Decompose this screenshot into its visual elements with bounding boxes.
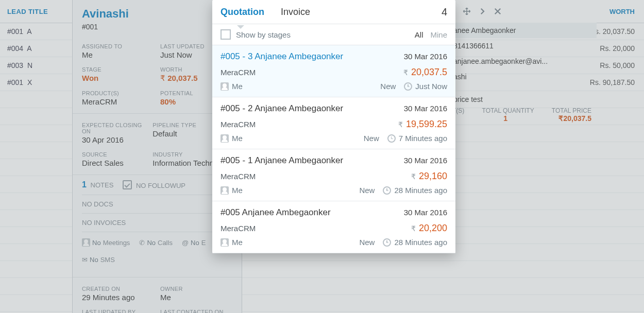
quotation-status: New [380,82,396,91]
quotation-date: 30 Mar 2016 [404,156,447,165]
show-by-stages-checkbox[interactable] [221,29,231,40]
quotation-product: MeraCRM [221,68,403,77]
quotation-title: #005 Anjanee Ambegaonker [221,207,404,218]
popup-count: 4 [442,6,447,18]
person-icon [221,186,229,195]
quotation-amount: ₹20,037.5 [403,67,447,78]
quotation-date: 30 Mar 2016 [404,52,447,61]
quotation-status: New [364,134,379,143]
person-icon [221,82,229,91]
quotation-amount: ₹20,200 [411,223,447,234]
filter-all[interactable]: All [415,30,423,39]
quotation-ago: 7 Minutes ago [399,134,447,143]
quotation-date: 30 Mar 2016 [404,208,447,217]
quotation-ago: 28 Minutes ago [394,186,447,195]
quotation-amount: ₹19,599.25 [398,119,447,130]
person-icon [221,134,229,143]
tab-invoice[interactable]: Invoice [281,7,310,18]
quotation-title: #005 - 3 Anjanee Ambegaonker [221,51,404,62]
quotation-product: MeraCRM [221,224,411,233]
quotation-product: MeraCRM [221,120,398,129]
quotation-owner: Me [232,82,243,91]
quotation-product: MeraCRM [221,172,411,181]
quotation-item[interactable]: #005 - 3 Anjanee Ambegaonker30 Mar 2016M… [212,45,455,97]
clock-icon [404,82,412,91]
quotation-popup: Quotation Invoice 4 Show by stages All M… [212,0,455,253]
quotation-owner: Me [232,134,243,143]
quotation-ago: 28 Minutes ago [394,238,447,247]
quotation-item[interactable]: #005 - 1 Anjanee Ambegaonker30 Mar 2016M… [212,149,455,201]
quotation-item[interactable]: #005 Anjanee Ambegaonker30 Mar 2016MeraC… [212,201,455,253]
quotation-date: 30 Mar 2016 [404,104,447,113]
quotation-title: #005 - 2 Anjanee Ambegaonker [221,103,404,114]
quotation-title: #005 - 1 Anjanee Ambegaonker [221,155,404,166]
tab-quotation[interactable]: Quotation [221,7,264,18]
quotation-status: New [359,186,375,195]
quotation-amount: ₹29,160 [411,171,447,182]
quotation-owner: Me [232,186,243,195]
person-icon [221,238,229,247]
quotation-ago: Just Now [415,82,447,91]
clock-icon [387,134,396,143]
filter-mine[interactable]: Mine [430,30,447,39]
quotation-owner: Me [232,238,243,247]
clock-icon [383,238,391,247]
quotation-item[interactable]: #005 - 2 Anjanee Ambegaonker30 Mar 2016M… [212,97,455,149]
show-by-stages-label[interactable]: Show by stages [236,30,291,39]
clock-icon [383,186,391,195]
quotation-status: New [359,238,375,247]
